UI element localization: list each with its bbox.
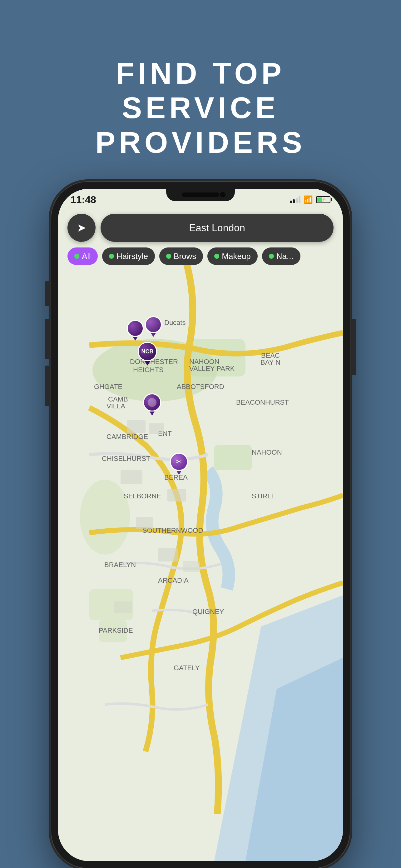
- location-search-text: East London: [189, 222, 245, 234]
- svg-text:HEIGHTS: HEIGHTS: [133, 366, 164, 374]
- svg-rect-32: [127, 420, 145, 433]
- hero-line1: FIND TOP: [0, 56, 401, 91]
- filter-label-hairstyle: Hairstyle: [116, 251, 148, 261]
- svg-text:ARCADIA: ARCADIA: [158, 577, 189, 584]
- volume-up-button: [45, 319, 49, 359]
- svg-rect-3: [214, 445, 252, 470]
- map-marker-3[interactable]: NCB: [138, 342, 157, 366]
- filter-chip-hairstyle[interactable]: Hairstyle: [102, 247, 155, 265]
- svg-text:ABBOTSFORD: ABBOTSFORD: [177, 383, 224, 391]
- signal-bar-2: [293, 199, 295, 203]
- svg-rect-38: [114, 601, 132, 613]
- location-arrow-icon: ➤: [77, 221, 86, 234]
- svg-rect-33: [149, 423, 164, 434]
- svg-text:VALLEY PARK: VALLEY PARK: [189, 365, 235, 372]
- map-marker-4[interactable]: [143, 393, 161, 415]
- filter-dot-all: [74, 254, 79, 259]
- svg-rect-36: [136, 517, 153, 529]
- signal-bar-1: [290, 200, 292, 203]
- power-button: [352, 319, 356, 375]
- signal-bar-3: [296, 198, 298, 203]
- svg-text:BRAELYN: BRAELYN: [104, 561, 136, 569]
- filter-label-all: All: [82, 251, 91, 261]
- svg-text:CHISELHURST: CHISELHURST: [102, 455, 150, 462]
- signal-bar-4: [299, 196, 300, 203]
- map-svg: DORCHESTER HEIGHTS NAHOON VALLEY PARK AB…: [58, 189, 343, 861]
- filter-row: All Hairstyle Brows Makeup: [67, 247, 343, 265]
- hero-heading: FIND TOP SERVICE PROVIDERS: [0, 56, 401, 160]
- volume-down-button: [45, 366, 49, 406]
- filter-dot-nails: [269, 254, 274, 259]
- status-icons: 📶 ⚡: [290, 195, 330, 204]
- phone-notch: [166, 189, 235, 201]
- filter-dot-makeup: [214, 254, 219, 259]
- filter-chip-nails[interactable]: Na...: [262, 247, 300, 265]
- search-bar: ➤ East London: [67, 214, 334, 242]
- location-search-pill[interactable]: East London: [101, 214, 334, 242]
- svg-text:QUIGNEY: QUIGNEY: [192, 608, 224, 616]
- battery-icon: ⚡: [316, 196, 330, 203]
- svg-text:NAHOON: NAHOON: [252, 448, 282, 456]
- filter-dot-hairstyle: [109, 254, 114, 259]
- svg-text:Ducats: Ducats: [164, 319, 186, 327]
- svg-rect-39: [183, 561, 200, 572]
- map-marker-5[interactable]: ✂: [170, 453, 188, 475]
- filter-label-brows: Brows: [174, 251, 196, 261]
- phone-screen: DORCHESTER HEIGHTS NAHOON VALLEY PARK AB…: [58, 189, 343, 861]
- wifi-icon: 📶: [304, 195, 313, 204]
- filter-label-makeup: Makeup: [222, 251, 251, 261]
- filter-label-nails: Na...: [276, 251, 294, 261]
- phone-mockup: DORCHESTER HEIGHTS NAHOON VALLEY PARK AB…: [51, 181, 350, 868]
- filter-chip-makeup[interactable]: Makeup: [207, 247, 258, 265]
- svg-text:GHGATE: GHGATE: [94, 383, 123, 391]
- front-camera: [220, 192, 226, 197]
- svg-text:SELBORNE: SELBORNE: [124, 492, 161, 500]
- svg-text:GATELY: GATELY: [174, 664, 200, 672]
- svg-rect-35: [167, 489, 186, 501]
- svg-text:STIRLI: STIRLI: [252, 492, 273, 500]
- svg-text:PARKSIDE: PARKSIDE: [99, 626, 133, 634]
- map-area[interactable]: DORCHESTER HEIGHTS NAHOON VALLEY PARK AB…: [58, 189, 343, 861]
- status-time: 11:48: [71, 194, 96, 206]
- phone-frame: DORCHESTER HEIGHTS NAHOON VALLEY PARK AB…: [51, 181, 350, 868]
- svg-point-4: [80, 479, 130, 555]
- svg-rect-37: [158, 548, 178, 561]
- filter-chip-all[interactable]: All: [67, 247, 98, 265]
- svg-text:CAMBRIDGE: CAMBRIDGE: [106, 433, 148, 440]
- svg-text:VILLA: VILLA: [106, 402, 125, 410]
- location-button[interactable]: ➤: [67, 214, 96, 242]
- filter-dot-brows: [166, 254, 171, 259]
- map-marker-2[interactable]: [145, 316, 162, 337]
- svg-text:BAY N: BAY N: [261, 359, 280, 366]
- hero-line2: SERVICE: [0, 91, 401, 125]
- hero-line3: PROVIDERS: [0, 125, 401, 160]
- map-marker-1[interactable]: [127, 320, 144, 341]
- speaker: [182, 192, 219, 197]
- filter-chip-brows[interactable]: Brows: [159, 247, 203, 265]
- svg-text:BEACONHURST: BEACONHURST: [236, 398, 289, 406]
- svg-rect-34: [121, 470, 142, 484]
- signal-strength: [290, 196, 300, 203]
- battery-bolt: ⚡: [321, 197, 326, 202]
